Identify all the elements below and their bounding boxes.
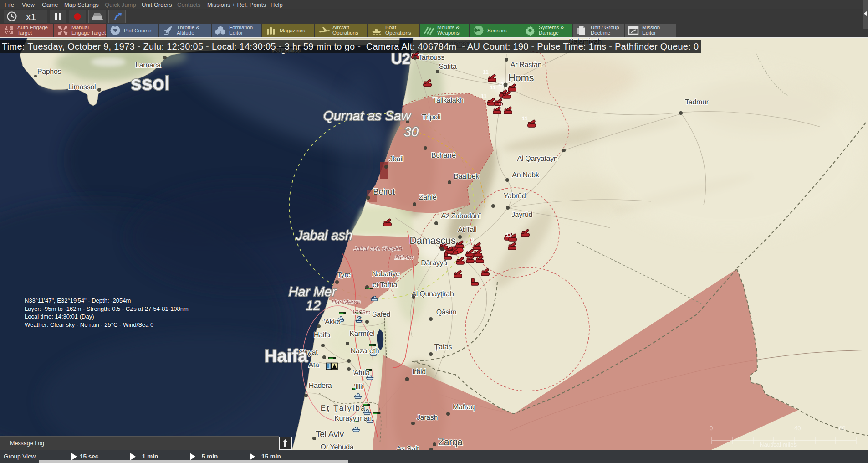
svg-text:Or Yehuda: Or Yehuda (321, 443, 354, 450)
svg-text:Satita: Satita (439, 63, 457, 71)
svg-text:11: 11 (506, 232, 512, 238)
svg-text:An Nabk: An Nabk (512, 171, 540, 179)
svg-text:Qurnat as Saw: Qurnat as Saw (323, 109, 412, 123)
svg-text:Zahlé: Zahlé (419, 194, 437, 201)
svg-text:Jabal ash: Jabal ash (296, 228, 352, 243)
svg-text:Homs: Homs (508, 72, 534, 83)
svg-text:Safed: Safed (372, 311, 390, 319)
svg-text:Karmi'el: Karmi'el (350, 330, 375, 338)
svg-text:Nazareth: Nazareth (351, 347, 379, 355)
svg-text:Haifa: Haifa (264, 346, 308, 366)
svg-text:Paphos: Paphos (37, 68, 61, 76)
svg-text:ssol: ssol (131, 72, 170, 94)
svg-text:Jabal ash Shaykh: Jabal ash Shaykh (353, 245, 403, 252)
svg-text:2814m: 2814m (394, 254, 413, 261)
svg-text:Beirut: Beirut (373, 187, 395, 197)
svg-text:11: 11 (490, 84, 496, 91)
svg-text:et Tahta: et Tahta (373, 281, 398, 289)
svg-text:Bcharré: Bcharré (431, 152, 456, 159)
svg-text:Az Zabadānī: Az Zabadānī (441, 212, 481, 220)
svg-text:Limassol: Limassol (68, 83, 96, 91)
svg-text:Tadmur: Tadmur (685, 98, 709, 106)
svg-text:Haifa: Haifa (314, 331, 330, 339)
svg-text:Nautical miles: Nautical miles (760, 441, 797, 448)
svg-text:40: 40 (794, 425, 801, 432)
svg-text:Yabrūd: Yabrūd (504, 192, 526, 200)
svg-text:Al Qunayţirah: Al Qunayţirah (411, 290, 454, 298)
svg-text:30: 30 (404, 125, 419, 139)
svg-text:9: 9 (499, 102, 502, 108)
svg-text:Qāsim: Qāsim (436, 309, 457, 316)
svg-text:At Tall: At Tall (458, 226, 476, 234)
svg-text:Har Meron: Har Meron (332, 298, 361, 305)
svg-text:'Illit: 'Illit (354, 383, 364, 391)
svg-text:11: 11 (522, 115, 528, 122)
svg-text:Damascus: Damascus (409, 235, 456, 246)
svg-text:As Salţ: As Salţ (397, 445, 419, 450)
svg-text:9: 9 (471, 237, 474, 243)
svg-text:Har Mer: Har Mer (289, 285, 337, 299)
svg-text:x1: x1 (26, 11, 36, 22)
svg-text:Ţafas: Ţafas (434, 343, 452, 351)
svg-text:0: 0 (710, 425, 713, 432)
svg-text:Jarash: Jarash (417, 414, 438, 422)
svg-text:Tartouss: Tartouss (418, 54, 444, 62)
svg-text:Ata: Ata (308, 361, 319, 369)
svg-text:'Akko: 'Akko (323, 318, 341, 326)
svg-text:Irbid: Irbid (412, 368, 426, 376)
svg-text:Eţ Ţaiyiba: Eţ Ţaiyiba (321, 404, 367, 412)
svg-text:Tyre: Tyre (337, 271, 351, 279)
svg-text:60: 60 (839, 425, 845, 432)
svg-text:Dārayyā: Dārayyā (421, 259, 447, 267)
svg-text:12: 12 (306, 298, 321, 313)
svg-text:11: 11 (498, 81, 504, 87)
svg-text:Al Qaryatayn: Al Qaryatayn (517, 155, 558, 163)
svg-text:11: 11 (481, 93, 487, 99)
svg-text:Ar Rastàn: Ar Rastàn (511, 61, 541, 69)
svg-text:Larnaca: Larnaca (135, 62, 161, 69)
svg-text:Zarqa: Zarqa (438, 437, 463, 448)
svg-text:Baalbek: Baalbek (454, 173, 480, 180)
svg-text:Tallkalakh: Tallkalakh (433, 97, 463, 104)
svg-text:Tel Aviv: Tel Aviv (316, 430, 344, 439)
svg-text:Jayrūd: Jayrūd (511, 211, 532, 219)
svg-text:'Afula: 'Afula (352, 369, 370, 377)
svg-text:1208m: 1208m (352, 309, 370, 316)
svg-text:Mafraq: Mafraq (453, 403, 475, 411)
svg-text:Nabatîye: Nabatîye (372, 270, 400, 278)
svg-text:Hadera: Hadera (309, 382, 332, 390)
svg-text:Jbail: Jbail (389, 155, 403, 163)
svg-text:11: 11 (483, 69, 489, 75)
svg-text:Kurayyiman: Kurayyiman (334, 415, 371, 422)
svg-text:Tripoli: Tripoli (422, 113, 441, 121)
